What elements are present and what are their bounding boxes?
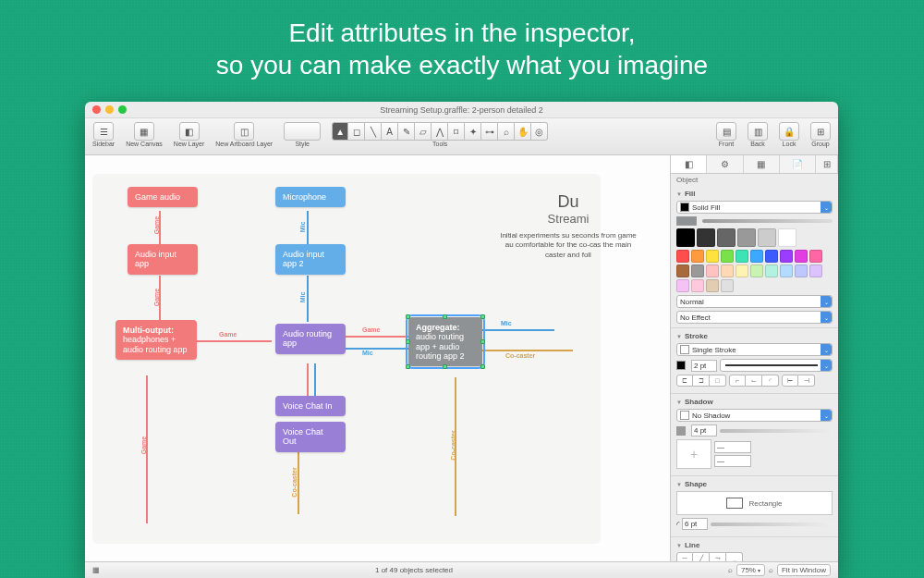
- color-swatch[interactable]: [809, 264, 822, 277]
- line-section: Line ─╱⤳⎯: [671, 537, 838, 561]
- node-microphone[interactable]: Microphone: [275, 187, 346, 207]
- diag-tool-icon[interactable]: ▱: [415, 122, 432, 141]
- color-swatch[interactable]: [737, 228, 756, 247]
- color-swatch[interactable]: [691, 264, 704, 277]
- fill-mode-select[interactable]: Solid Fill⌄: [676, 201, 833, 214]
- fill-section: Fill Solid Fill⌄ Normal⌄ No Effect⌄: [671, 186, 838, 328]
- shadow-y-input[interactable]: —: [714, 455, 751, 467]
- tab-object-icon[interactable]: ◧: [671, 155, 707, 173]
- shadow-mode-select[interactable]: No Shadow⌄: [676, 409, 833, 422]
- tab-properties-icon[interactable]: ⚙: [707, 155, 743, 173]
- shape-section: Shape Rectangle ◜ 6 pt: [671, 476, 838, 537]
- color-swatch[interactable]: [780, 250, 793, 263]
- cap-style-seg[interactable]: ⊢⊣: [782, 375, 815, 387]
- pen-tool-icon[interactable]: ✎: [398, 122, 415, 141]
- hand-tool-icon[interactable]: ✋: [515, 122, 531, 141]
- color-swatch[interactable]: [721, 264, 734, 277]
- fit-window-button[interactable]: Fit in Window: [777, 564, 831, 576]
- color-swatch[interactable]: [691, 250, 704, 263]
- status-bar: ▦ 1 of 49 objects selected ⌕ 75% ▾ ⌕ Fit…: [85, 561, 838, 578]
- marketing-headline: Edit attributes in the inspector, so you…: [0, 0, 924, 91]
- new-artboard-button[interactable]: ◫New Artboard Layer: [215, 122, 273, 147]
- shadow-x-input[interactable]: —: [714, 441, 751, 453]
- zoom-in-icon[interactable]: ⌕: [769, 566, 773, 574]
- color-swatch[interactable]: [780, 264, 793, 277]
- color-swatch[interactable]: [697, 228, 715, 247]
- color-swatch[interactable]: [750, 250, 763, 263]
- group-button[interactable]: ⊞Group: [810, 122, 831, 147]
- color-swatch[interactable]: [778, 228, 796, 247]
- node-multi-output[interactable]: Multi-output:headphones + audio routing …: [116, 320, 197, 360]
- edge-label: Game: [153, 216, 160, 234]
- color-swatch[interactable]: [721, 279, 734, 292]
- color-swatch[interactable]: [676, 279, 689, 292]
- corner-radius-input[interactable]: 6 pt: [682, 518, 708, 530]
- browse-tool-icon[interactable]: ◎: [531, 122, 548, 141]
- style-tray[interactable]: Style: [284, 122, 321, 147]
- gray-palette[interactable]: [676, 228, 833, 247]
- canvas-nav-icon[interactable]: ▦: [92, 566, 100, 574]
- node-aggregate[interactable]: Aggregate:audio routing app + audio rout…: [408, 317, 482, 366]
- sidebar-toggle[interactable]: ☰Sidebar: [92, 122, 115, 147]
- color-swatch[interactable]: [736, 250, 748, 263]
- color-swatch[interactable]: [676, 228, 695, 247]
- tab-canvas-icon[interactable]: ▦: [744, 155, 780, 173]
- tab-stencils-icon[interactable]: ⊞: [816, 155, 838, 173]
- new-layer-button[interactable]: ◧New Layer: [174, 122, 204, 147]
- node-audio-routing[interactable]: Audio routingapp: [275, 324, 346, 354]
- stroke-dash-select[interactable]: ⌄: [720, 359, 833, 372]
- tools-group[interactable]: ▲ ◻ ╲ A ✎ ▱ ⋀ ⌑ ✦ ⊶ ⌕ ✋ ◎ Tools: [332, 122, 548, 147]
- color-swatch[interactable]: [765, 250, 778, 263]
- color-swatch[interactable]: [809, 250, 822, 263]
- tab-document-icon[interactable]: 📄: [780, 155, 816, 173]
- color-swatch[interactable]: [736, 264, 748, 277]
- fill-effect-select[interactable]: No Effect⌄: [676, 311, 833, 324]
- color-swatch[interactable]: [706, 279, 719, 292]
- headline-line2: so you can make exactly what you imagine: [0, 49, 924, 81]
- node-game-audio[interactable]: Game audio: [128, 187, 198, 207]
- crop-tool-icon[interactable]: ⌑: [448, 122, 465, 141]
- point-tool-icon[interactable]: ⋀: [432, 122, 448, 141]
- color-swatch[interactable]: [676, 264, 689, 277]
- select-tool-icon[interactable]: ▲: [332, 122, 348, 141]
- corner-style-seg[interactable]: ⌐⌙◜: [729, 375, 779, 387]
- titlebar[interactable]: Streaming Setup.graffle: 2-person detail…: [85, 102, 838, 118]
- stroke-position-seg[interactable]: ⊏⊐□: [676, 375, 726, 387]
- color-swatch[interactable]: [758, 228, 776, 247]
- stroke-width-input[interactable]: 2 pt: [691, 360, 717, 372]
- shape-tool-icon[interactable]: ◻: [348, 122, 365, 141]
- shadow-size-input[interactable]: 4 pt: [691, 424, 717, 437]
- new-canvas-button[interactable]: ▦New Canvas: [126, 122, 163, 147]
- shape-picker[interactable]: Rectangle: [676, 491, 833, 515]
- back-button[interactable]: ▥Back: [748, 122, 768, 147]
- line-tool-icon[interactable]: ╲: [365, 122, 382, 141]
- color-swatch[interactable]: [691, 279, 704, 292]
- color-swatch[interactable]: [706, 264, 719, 277]
- color-swatch[interactable]: [750, 264, 763, 277]
- stroke-mode-select[interactable]: Single Stroke⌄: [676, 343, 833, 356]
- text-tool-icon[interactable]: A: [382, 122, 398, 141]
- color-swatch[interactable]: [765, 264, 778, 277]
- blend-mode-select[interactable]: Normal⌄: [676, 295, 833, 308]
- color-swatch[interactable]: [717, 228, 736, 247]
- color-palette[interactable]: [676, 250, 833, 292]
- front-button[interactable]: ▤Front: [716, 122, 736, 147]
- line-type-seg[interactable]: ─╱⤳⎯: [676, 552, 833, 561]
- color-swatch[interactable]: [795, 264, 808, 277]
- node-audio-input-1[interactable]: Audio inputapp: [128, 244, 198, 275]
- lock-button[interactable]: 🔒Lock: [779, 122, 799, 147]
- canvas[interactable]: Game Game Mic Mic Game Game Mic Mic Game…: [85, 155, 670, 561]
- node-audio-input-2[interactable]: Audio inputapp 2: [275, 244, 346, 275]
- stamp-tool-icon[interactable]: ✦: [465, 122, 481, 141]
- color-swatch[interactable]: [721, 250, 734, 263]
- zoom-out-icon[interactable]: ⌕: [728, 566, 733, 574]
- inspector-label: Object: [671, 174, 838, 186]
- magnet-tool-icon[interactable]: ⊶: [481, 122, 498, 141]
- color-swatch[interactable]: [676, 250, 689, 263]
- color-swatch[interactable]: [795, 250, 808, 263]
- zoom-tool-icon[interactable]: ⌕: [498, 122, 515, 141]
- node-voice-chat-out[interactable]: Voice Chat Out: [275, 422, 346, 452]
- node-voice-chat-in[interactable]: Voice Chat In: [275, 396, 346, 416]
- zoom-level[interactable]: 75% ▾: [736, 564, 765, 576]
- color-swatch[interactable]: [706, 250, 719, 263]
